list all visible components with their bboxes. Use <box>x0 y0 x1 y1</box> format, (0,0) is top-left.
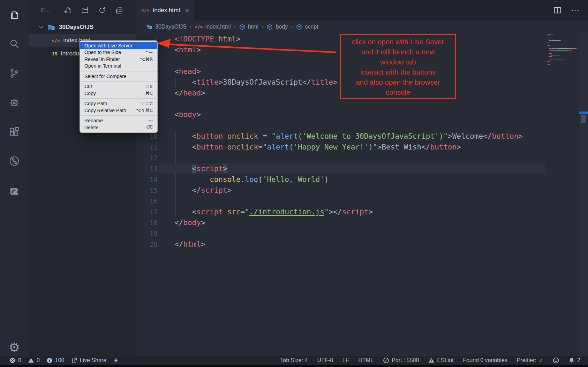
status-label: ESLint <box>437 357 453 364</box>
status-live-share[interactable]: Live Share <box>71 357 107 364</box>
menu-item-open-in-terminal[interactable]: Open in Terminal <box>80 63 157 70</box>
status-problems-warnings[interactable]: 0 <box>28 357 40 364</box>
menu-item-label: Cut <box>84 84 145 89</box>
status-problems-info[interactable]: 100 <box>46 357 65 364</box>
code-text: <html> <box>174 45 201 55</box>
menu-item-shortcut: ^↩ <box>145 50 153 55</box>
status-label: Port : 5500 <box>392 357 419 364</box>
menu-item-copy-path[interactable]: Copy Path⌥⌘C <box>80 100 157 107</box>
status-live-server-port[interactable]: Port : 5500 <box>383 357 419 364</box>
status-end-of-line[interactable]: LF <box>342 357 349 364</box>
collapse-all-icon[interactable] <box>115 6 123 14</box>
context-menu: Open with Live ServerOpen to the Side^↩R… <box>80 40 158 133</box>
tab-bar: </> index.html × ⋯ <box>136 0 588 21</box>
status-encoding[interactable]: UTF-8 <box>317 357 333 364</box>
code-text: <!DOCTYPE html> <box>174 34 241 45</box>
scrollbar-selection-marker <box>579 112 588 114</box>
menu-separator <box>80 81 157 82</box>
status-label: Prettier: <box>517 357 536 364</box>
scrollbar-track <box>579 33 588 356</box>
line-number: 13 <box>136 163 158 174</box>
breadcrumb-item-30daysofjs[interactable]: 30DaysOfJS <box>146 24 187 30</box>
warning-icon <box>428 357 435 364</box>
annotation-line: console <box>386 87 410 97</box>
menu-item-open-to-the-side[interactable]: Open to the Side^↩ <box>80 49 157 56</box>
code-text: <script> <box>174 163 227 174</box>
line-number: 14 <box>136 174 158 185</box>
tab-index-html[interactable]: </> index.html × <box>136 0 194 21</box>
status-prettier[interactable]: Prettier:✓ <box>517 357 543 364</box>
code-text: <head> <box>174 66 201 77</box>
activity-item-live-share[interactable] <box>0 176 29 205</box>
split-editor-icon[interactable] <box>553 6 562 15</box>
breadcrumb-separator: › <box>190 24 191 30</box>
menu-item-cut[interactable]: Cut⌘X <box>80 83 157 90</box>
code-line-19: 19 <box>136 228 588 239</box>
line-number: 15 <box>136 185 158 196</box>
window-edge <box>0 365 588 367</box>
line-number: 11 <box>136 142 158 153</box>
menu-item-label: Select for Compare <box>84 74 153 79</box>
new-folder-icon[interactable] <box>81 6 89 14</box>
status-label: HTML <box>359 357 374 364</box>
activity-item-extensions[interactable] <box>0 117 29 146</box>
code-text: console.log('Hello, World') <box>174 174 329 185</box>
code-text: </body> <box>174 217 205 228</box>
status-problems-errors[interactable]: 0 <box>9 357 21 364</box>
gear-icon[interactable]: ⚙ <box>9 341 20 354</box>
search-icon <box>8 38 20 50</box>
breadcrumb-item-html[interactable]: html <box>239 24 258 30</box>
status-variables[interactable]: Found 0 variables <box>463 357 507 364</box>
status-quick-action[interactable] <box>113 357 119 364</box>
menu-item-label: Rename <box>84 118 149 123</box>
more-actions-icon[interactable]: ⋯ <box>571 6 580 15</box>
status-feedback[interactable] <box>553 357 559 364</box>
menu-item-label: Open in Terminal <box>84 63 153 69</box>
code-text: </head> <box>174 88 205 99</box>
line-number: 10 <box>136 131 158 142</box>
close-tab-icon[interactable]: × <box>185 7 189 14</box>
breadcrumb-item-script[interactable]: script <box>296 24 318 30</box>
breadcrumb-separator: › <box>234 24 236 30</box>
status-language-mode[interactable]: HTML <box>359 357 374 364</box>
folder-row-30daysofjs[interactable]: 30DaysOfJS <box>29 21 136 34</box>
breadcrumb-item-index-html[interactable]: </>index.html <box>195 24 231 30</box>
status-eslint[interactable]: ESLint <box>428 357 453 364</box>
line-number: 16 <box>136 196 158 207</box>
status-label: Tab Size: 4 <box>280 357 308 364</box>
activity-item-source-control[interactable] <box>0 59 29 88</box>
status-tab-size[interactable]: Tab Size: 4 <box>280 357 308 364</box>
status-notifications[interactable]: 2 <box>568 357 580 364</box>
symbol-icon <box>239 24 246 30</box>
status-bar: 00100Live Share Tab Size: 4UTF-8LFHTMLPo… <box>0 356 588 365</box>
scrollbar-thumb[interactable] <box>581 115 586 123</box>
menu-item-label: Reveal in Finder <box>84 56 140 62</box>
menu-item-reveal-in-finder[interactable]: Reveal in Finder⌥⌘R <box>80 56 157 63</box>
minimap[interactable] <box>548 34 580 69</box>
menu-item-copy[interactable]: Copy⌘C <box>80 90 157 97</box>
menu-item-copy-relative-path[interactable]: Copy Relative Path⌥⇧⌘C <box>80 107 157 114</box>
status-label: 2 <box>577 357 580 364</box>
menu-item-rename[interactable]: Rename↩ <box>80 117 157 124</box>
breadcrumb-item-body[interactable]: body <box>266 24 288 30</box>
new-file-icon[interactable] <box>64 6 72 14</box>
activity-item-explorer[interactable] <box>0 0 29 29</box>
refresh-icon[interactable] <box>98 6 106 14</box>
folder-icon <box>146 24 153 30</box>
breadcrumb-separator: › <box>262 24 263 30</box>
activity-item-search[interactable] <box>0 29 29 59</box>
code-line-15: 15 </script> <box>136 185 588 196</box>
files-icon <box>8 9 20 21</box>
code-line-14: 14 console.log('Hello, World') <box>136 174 588 185</box>
code-text: <button onclick="alert('Happy New Year!'… <box>174 142 461 153</box>
menu-item-open-with-live-server[interactable]: Open with Live Server <box>80 42 157 49</box>
folder-icon <box>47 23 55 31</box>
menu-item-select-for-compare[interactable]: Select for Compare <box>80 73 157 80</box>
code-line-9: 9 <box>136 120 588 131</box>
menu-item-delete[interactable]: Delete⌫ <box>80 124 157 131</box>
extensions-icon <box>8 126 20 138</box>
activity-item-run-debug[interactable] <box>0 88 29 117</box>
breadcrumb-label: html <box>248 24 258 30</box>
activity-item-gitlens[interactable] <box>0 146 29 176</box>
code-text: <script src="./introduction.js"></script… <box>174 207 373 217</box>
